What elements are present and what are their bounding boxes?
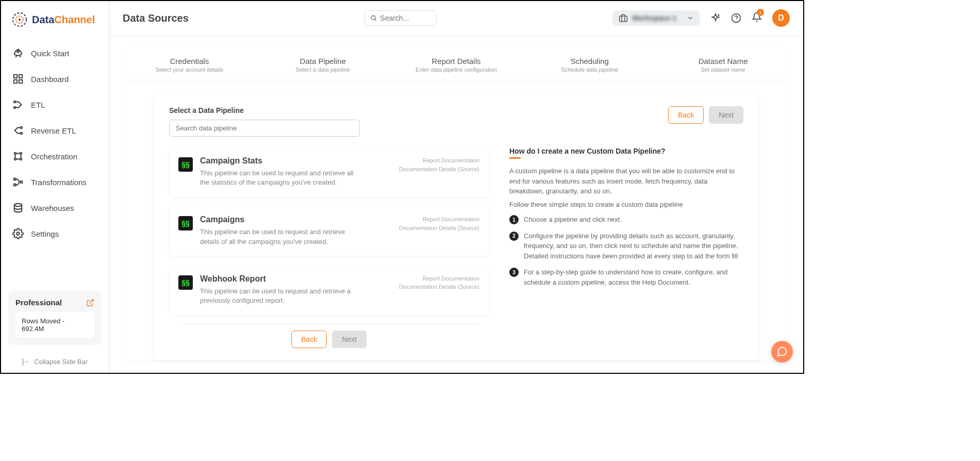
notification-badge: 1 [757, 9, 764, 16]
svg-rect-7 [19, 80, 22, 83]
pipeline-search-input[interactable] [169, 120, 360, 137]
collapse-sidebar-button[interactable]: |← Collapse Side Bar [1, 351, 109, 373]
etl-icon [12, 99, 24, 110]
sidebar-item-label: Transformations [31, 178, 87, 187]
svg-point-20 [16, 232, 20, 235]
step-data-pipeline[interactable]: Data Pipeline Select a data pipeline [256, 57, 390, 73]
pipeline-card[interactable]: §§ Webhook Report This pipeline can be u… [169, 265, 489, 315]
step-dataset-name[interactable]: Dataset Name Set dataset name [656, 57, 790, 73]
documentation-details-link[interactable]: Documentation Details (Source) [399, 165, 479, 174]
plan-box: Professional Rows Moved - 692.4M [8, 291, 102, 345]
pipeline-source-icon: §§ [178, 157, 193, 172]
pipeline-card[interactable]: §§ Campaign Stats This pipeline can be u… [169, 147, 489, 196]
sidebar-nav: Quick Start Dashboard ETL Reverse ETL Or… [1, 34, 109, 291]
pipeline-desc: This pipeline can be used to request and… [200, 287, 355, 305]
report-documentation-link[interactable]: Report Documentation [399, 274, 479, 283]
workspace-label: Workspace 1 [632, 14, 683, 22]
report-documentation-link[interactable]: Report Documentation [399, 215, 479, 224]
chevron-down-icon [687, 14, 694, 22]
search-icon [370, 14, 377, 22]
sidebar-item-reverse-etl[interactable]: Reverse ETL [1, 118, 109, 143]
svg-point-15 [20, 158, 22, 160]
global-search[interactable] [364, 10, 437, 26]
pipeline-desc: This pipeline can be used to request and… [200, 169, 355, 187]
sidebar-item-label: Warehouses [31, 204, 74, 212]
notifications-button[interactable]: 1 [752, 12, 762, 24]
sidebar: DataChannel Quick Start Dashboard ETL Re… [1, 1, 109, 373]
step-title: Credentials [123, 57, 256, 65]
help-step-text: Choose a pipeline and click next. [524, 215, 622, 225]
next-button-top[interactable]: Next [709, 106, 743, 124]
pipeline-name: Campaign Stats [200, 156, 392, 166]
svg-line-21 [90, 300, 93, 303]
step-scheduling[interactable]: Scheduling Schedule data pipeline [523, 57, 656, 73]
pipeline-card[interactable]: §§ Campaigns This pipeline can be used t… [169, 206, 489, 255]
step-number-icon: 1 [509, 215, 519, 224]
pipeline-source-icon: §§ [178, 275, 193, 290]
reverse-etl-icon [12, 125, 24, 136]
help-divider [509, 157, 521, 159]
svg-point-3 [17, 51, 19, 53]
sidebar-item-quick-start[interactable]: Quick Start [1, 40, 109, 66]
next-button-bottom[interactable]: Next [332, 331, 367, 348]
svg-point-25 [718, 14, 719, 15]
documentation-details-link[interactable]: Documentation Details (Source) [399, 283, 479, 291]
sidebar-item-warehouses[interactable]: Warehouses [1, 195, 109, 221]
section-label: Select a Data Pipeline [169, 106, 360, 114]
step-title: Dataset Name [656, 57, 790, 65]
svg-rect-24 [620, 16, 627, 22]
sidebar-item-transformations[interactable]: Transformations [1, 169, 109, 195]
svg-rect-16 [14, 178, 16, 180]
step-title: Report Details [390, 57, 523, 65]
stepper: Credentials Select your account details … [123, 47, 790, 80]
orchestration-icon [12, 151, 24, 162]
report-documentation-link[interactable]: Report Documentation [399, 156, 479, 165]
step-number-icon: 3 [509, 268, 519, 277]
help-step: 1 Choose a pipeline and click next. [509, 215, 743, 225]
search-input[interactable] [380, 14, 431, 22]
back-button-top[interactable]: Back [668, 106, 704, 124]
sidebar-item-label: Settings [31, 229, 59, 238]
rocket-icon [12, 47, 24, 59]
step-subtitle: Select a data pipeline [256, 67, 390, 73]
brand-text-1: Data [32, 14, 54, 25]
sidebar-item-label: Dashboard [31, 75, 69, 84]
sparkle-icon[interactable] [710, 13, 721, 23]
sidebar-item-label: ETL [31, 101, 45, 109]
sidebar-item-etl[interactable]: ETL [1, 92, 109, 118]
svg-point-12 [14, 153, 16, 155]
collapse-label: Collapse Side Bar [34, 358, 88, 366]
plan-name: Professional [15, 298, 62, 307]
svg-point-22 [371, 16, 375, 20]
brand-logo[interactable]: DataChannel [1, 1, 109, 34]
svg-point-14 [14, 158, 16, 160]
help-panel: How do I create a new Custom Data Pipeli… [509, 147, 743, 348]
step-number-icon: 2 [509, 232, 519, 241]
external-link-icon[interactable] [86, 299, 94, 307]
chat-fab[interactable] [771, 341, 793, 363]
step-title: Scheduling [523, 57, 656, 65]
briefcase-icon [619, 13, 628, 23]
avatar[interactable]: D [772, 9, 790, 27]
svg-point-13 [20, 153, 22, 155]
step-credentials[interactable]: Credentials Select your account details [123, 57, 256, 73]
step-title: Data Pipeline [256, 57, 390, 65]
warehouse-icon [12, 202, 24, 213]
sidebar-item-orchestration[interactable]: Orchestration [1, 143, 109, 169]
back-button-bottom[interactable]: Back [291, 331, 327, 348]
documentation-details-link[interactable]: Documentation Details (Source) [399, 224, 479, 233]
svg-point-2 [19, 19, 21, 21]
workspace-selector[interactable]: Workspace 1 [612, 10, 700, 26]
step-report-details[interactable]: Report Details Enter data pipeline confi… [390, 57, 523, 73]
svg-rect-18 [21, 181, 23, 183]
svg-point-8 [14, 101, 16, 103]
svg-point-10 [21, 127, 23, 129]
logo-icon [11, 11, 28, 28]
svg-line-23 [375, 20, 376, 21]
help-icon[interactable] [731, 13, 741, 23]
sidebar-item-dashboard[interactable]: Dashboard [1, 66, 109, 92]
chat-icon [776, 346, 788, 357]
pipeline-name: Campaigns [200, 215, 392, 224]
sidebar-item-settings[interactable]: Settings [1, 221, 109, 246]
help-step: 3 For a step-by-step guide to understand… [509, 267, 743, 287]
